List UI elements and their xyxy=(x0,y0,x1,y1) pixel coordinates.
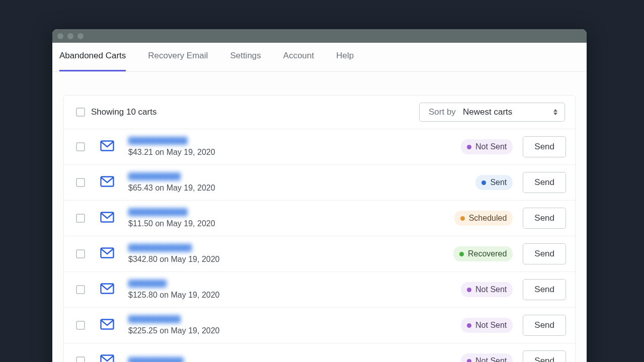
mail-icon[interactable] xyxy=(100,283,114,296)
row-checkbox[interactable] xyxy=(76,249,85,258)
cart-row: Not SentSend xyxy=(64,343,575,362)
row-checkbox[interactable] xyxy=(76,285,85,294)
sort-value: Newest carts xyxy=(463,107,512,117)
tab-help[interactable]: Help xyxy=(336,51,354,71)
customer-name-redacted xyxy=(128,208,188,216)
row-info xyxy=(128,357,461,362)
status-dot-icon xyxy=(459,252,464,256)
mail-icon[interactable] xyxy=(100,140,114,153)
status-badge: Not Sent xyxy=(461,282,513,297)
customer-name-redacted xyxy=(128,137,188,145)
status-dot-icon xyxy=(467,323,471,328)
status-badge: Scheduled xyxy=(454,211,513,226)
carts-card: Showing 10 carts Sort by Newest carts $4… xyxy=(63,95,576,362)
mail-icon[interactable] xyxy=(100,247,114,260)
content: Showing 10 carts Sort by Newest carts $4… xyxy=(52,72,587,362)
send-button[interactable]: Send xyxy=(523,243,566,264)
row-meta: $125.80 on May 19, 2020 xyxy=(128,291,461,300)
row-checkbox[interactable] xyxy=(76,214,85,223)
mail-icon xyxy=(100,140,114,151)
status-dot-icon xyxy=(467,359,471,363)
status-dot-icon xyxy=(467,288,471,292)
send-button[interactable]: Send xyxy=(523,136,566,157)
cart-row: $11.50 on May 19, 2020ScheduledSend xyxy=(64,200,575,236)
status-badge: Recovered xyxy=(453,246,513,261)
status-badge: Not Sent xyxy=(461,353,513,362)
status-dot-icon xyxy=(460,216,465,221)
row-checkbox[interactable] xyxy=(76,178,85,187)
mail-icon xyxy=(100,283,114,294)
send-button[interactable]: Send xyxy=(523,350,566,362)
cart-row: $125.80 on May 19, 2020Not SentSend xyxy=(64,272,575,307)
row-info: $342.80 on May 19, 2020 xyxy=(128,244,453,264)
window-close-dot[interactable] xyxy=(57,33,63,39)
tab-account[interactable]: Account xyxy=(283,51,314,71)
send-button[interactable]: Send xyxy=(523,172,566,193)
mail-icon xyxy=(100,176,114,187)
mail-icon xyxy=(100,354,114,362)
customer-name-redacted xyxy=(128,315,181,323)
status-badge: Not Sent xyxy=(461,139,513,154)
status-text: Scheduled xyxy=(469,214,507,223)
mail-icon[interactable] xyxy=(100,176,114,189)
card-header: Showing 10 carts Sort by Newest carts xyxy=(64,96,575,129)
window-max-dot[interactable] xyxy=(77,33,84,39)
status-badge: Not Sent xyxy=(461,318,513,333)
customer-name-redacted xyxy=(128,357,184,362)
row-meta: $65.43 on May 19, 2020 xyxy=(128,184,475,193)
send-button[interactable]: Send xyxy=(523,315,566,336)
row-meta: $43.21 on May 19, 2020 xyxy=(128,148,461,157)
customer-name-redacted xyxy=(128,244,192,252)
cart-row: $342.80 on May 19, 2020RecoveredSend xyxy=(64,236,575,272)
status-text: Sent xyxy=(490,178,507,187)
mail-icon[interactable] xyxy=(100,354,114,362)
select-all-checkbox[interactable] xyxy=(76,108,85,117)
sort-label: Sort by xyxy=(429,107,456,117)
status-dot-icon xyxy=(481,180,486,185)
row-checkbox[interactable] xyxy=(76,356,85,362)
row-info: $43.21 on May 19, 2020 xyxy=(128,137,461,157)
tab-abandoned-carts[interactable]: Abandoned Carts xyxy=(59,51,126,71)
cart-row: $65.43 on May 19, 2020SentSend xyxy=(64,164,575,200)
mail-icon[interactable] xyxy=(100,319,114,332)
status-text: Not Sent xyxy=(475,142,507,151)
row-checkbox[interactable] xyxy=(76,142,85,151)
sort-dropdown[interactable]: Sort by Newest carts xyxy=(419,103,565,122)
tab-recovery-email[interactable]: Recovery Email xyxy=(148,51,208,71)
row-meta: $11.50 on May 19, 2020 xyxy=(128,219,454,228)
row-checkbox[interactable] xyxy=(76,321,85,330)
row-meta: $225.25 on May 19, 2020 xyxy=(128,326,461,335)
row-info: $65.43 on May 19, 2020 xyxy=(128,172,475,193)
mail-icon xyxy=(100,212,114,223)
mail-icon xyxy=(100,247,114,258)
status-text: Recovered xyxy=(468,249,507,258)
send-button[interactable]: Send xyxy=(523,208,566,229)
showing-count: Showing 10 carts xyxy=(91,107,156,117)
row-meta: $342.80 on May 19, 2020 xyxy=(128,255,453,264)
tab-settings[interactable]: Settings xyxy=(230,51,261,71)
row-info: $225.25 on May 19, 2020 xyxy=(128,315,461,335)
row-info: $125.80 on May 19, 2020 xyxy=(128,280,461,300)
cart-row: $225.25 on May 19, 2020Not SentSend xyxy=(64,307,575,343)
tab-bar: Abandoned CartsRecovery EmailSettingsAcc… xyxy=(52,43,587,72)
status-text: Not Sent xyxy=(475,356,507,362)
customer-name-redacted xyxy=(128,280,167,288)
window-min-dot[interactable] xyxy=(67,33,73,39)
row-info: $11.50 on May 19, 2020 xyxy=(128,208,454,228)
mail-icon xyxy=(100,319,114,330)
status-badge: Sent xyxy=(475,175,513,190)
status-dot-icon xyxy=(467,145,471,149)
mail-icon[interactable] xyxy=(100,212,114,225)
status-text: Not Sent xyxy=(475,321,507,330)
status-text: Not Sent xyxy=(475,285,507,294)
customer-name-redacted xyxy=(128,172,181,180)
chevron-updown-icon xyxy=(553,109,557,115)
app-window: Abandoned CartsRecovery EmailSettingsAcc… xyxy=(52,29,587,362)
titlebar xyxy=(52,29,587,43)
send-button[interactable]: Send xyxy=(523,279,566,300)
cart-row: $43.21 on May 19, 2020Not SentSend xyxy=(64,129,575,164)
